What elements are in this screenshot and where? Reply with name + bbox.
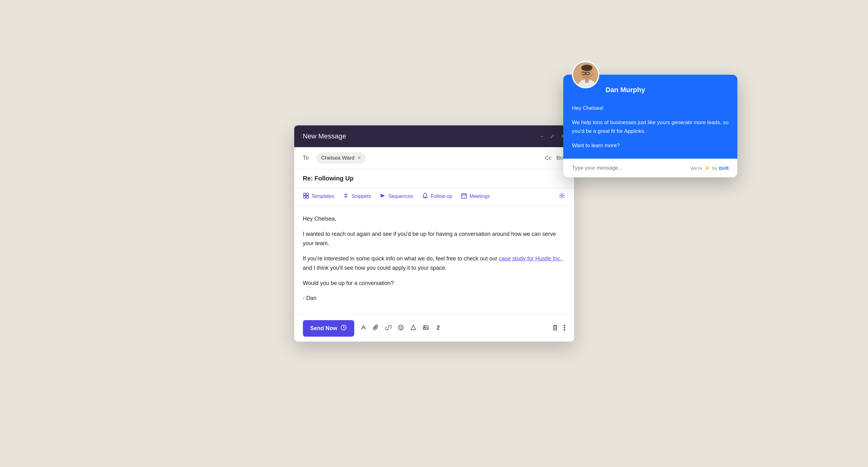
attachment-icon[interactable] (373, 324, 379, 332)
cc-button[interactable]: Cc (545, 155, 551, 161)
powered-prefix: We're (690, 166, 702, 171)
subject-row: Re: Following Up (294, 169, 574, 188)
sequences-icon (380, 193, 386, 200)
formatting-tools (361, 324, 441, 332)
recipient-chip[interactable]: Chelsea Ward ✕ (317, 153, 366, 163)
send-label: Send Now (310, 325, 337, 332)
snippets-label: Snippets (351, 194, 371, 199)
link-icon[interactable] (385, 324, 392, 332)
svg-point-15 (563, 327, 565, 328)
delete-icon[interactable] (552, 324, 559, 332)
svg-marker-11 (411, 325, 416, 330)
snippets-icon (343, 193, 349, 200)
chat-input[interactable] (572, 165, 666, 171)
svg-point-14 (563, 325, 565, 326)
email-para3: Would you be up for a conversation? (303, 279, 565, 288)
svg-point-8 (398, 325, 403, 330)
subject-text[interactable]: Re: Following Up (303, 175, 353, 182)
sequences-label: Sequences (389, 194, 413, 199)
bottom-toolbar: Send Now (294, 315, 574, 342)
snippets-button[interactable]: Snippets (343, 193, 371, 200)
recipient-name: Chelsea Ward (321, 155, 354, 161)
svg-point-25 (580, 72, 583, 76)
drift-link[interactable]: Drift (719, 166, 729, 171)
image-icon[interactable] (423, 324, 429, 332)
to-label: To (303, 155, 312, 161)
case-study-link[interactable]: case study for Hustle Inc., (499, 256, 563, 262)
compose-header: New Message − ⤢ ✕ (294, 125, 574, 147)
chat-widget: Dan Murphy Hey Chelsea! We help tons of … (563, 75, 737, 177)
chat-avatar (572, 61, 599, 88)
chat-greeting: Hey Chelsea! (572, 104, 729, 113)
chat-message2: Want to learn more? (572, 141, 729, 150)
compose-window: New Message − ⤢ ✕ To Chelsea Ward ✕ Cc B… (294, 125, 574, 342)
powered-by: We're ⚡ by Drift (690, 165, 729, 171)
svg-rect-3 (306, 196, 309, 198)
chat-body: Hey Chelsea! We help tons of businesses … (563, 104, 737, 159)
svg-rect-12 (423, 326, 428, 329)
svg-point-16 (563, 329, 565, 331)
email-para2-suffix: and I think you'll see how you could app… (303, 265, 447, 271)
svg-marker-4 (381, 194, 385, 198)
chat-input-area: We're ⚡ by Drift (563, 159, 737, 177)
powered-suffix: by (712, 166, 717, 171)
templates-button[interactable]: Templates (303, 193, 334, 200)
svg-rect-5 (462, 194, 466, 198)
compose-toolbar: Templates Snippets Sequences (294, 188, 574, 205)
drive-icon[interactable] (410, 324, 416, 332)
clock-icon (341, 324, 347, 332)
to-row: To Chelsea Ward ✕ Cc Bcc (294, 147, 574, 169)
email-body: Hey Chelsea, I wanted to reach out again… (294, 205, 574, 315)
cc-bcc-buttons: Cc Bcc (545, 155, 565, 161)
compose-title: New Message (303, 132, 346, 140)
followup-label: Follow-up (431, 194, 452, 199)
calendar-icon (461, 193, 467, 200)
text-format-icon[interactable] (361, 324, 367, 332)
svg-point-6 (561, 195, 563, 197)
svg-point-21 (581, 65, 592, 71)
email-greeting: Hey Chelsea, (303, 214, 565, 224)
email-para2-prefix: If you're interested in some quick info … (303, 256, 499, 262)
templates-label: Templates (312, 194, 334, 199)
sequences-button[interactable]: Sequences (380, 193, 413, 200)
email-para1: I wanted to reach out again and see if y… (303, 229, 565, 248)
window-controls: − ⤢ ✕ (540, 134, 565, 139)
svg-point-9 (400, 327, 400, 327)
followup-button[interactable]: Follow-up (422, 193, 452, 200)
maximize-button[interactable]: ⤢ (550, 134, 555, 139)
settings-button[interactable] (559, 192, 565, 201)
bolt-icon: ⚡ (704, 165, 710, 171)
minimize-button[interactable]: − (540, 134, 544, 139)
chat-message1: We help tons of businesses just like you… (572, 118, 729, 136)
meetings-label: Meetings (470, 194, 490, 199)
chat-header: Dan Murphy (563, 75, 737, 104)
meetings-button[interactable]: Meetings (461, 193, 490, 200)
svg-point-26 (591, 72, 594, 76)
templates-icon (303, 193, 309, 200)
chat-message: Hey Chelsea! We help tons of businesses … (572, 104, 729, 150)
svg-rect-0 (304, 193, 306, 195)
svg-point-10 (402, 327, 402, 327)
remove-recipient-button[interactable]: ✕ (357, 155, 361, 161)
emoji-icon[interactable] (398, 324, 404, 332)
send-button[interactable]: Send Now (303, 320, 354, 337)
chat-sender-name: Dan Murphy (572, 86, 729, 94)
dollar-icon[interactable] (435, 324, 441, 332)
bottom-right-tools (552, 324, 565, 332)
email-signoff: - Dan (303, 293, 565, 303)
svg-rect-2 (304, 196, 306, 198)
bell-icon (422, 193, 428, 200)
svg-rect-1 (306, 193, 309, 195)
more-options-icon[interactable] (563, 324, 565, 332)
email-para2: If you're interested in some quick info … (303, 254, 565, 273)
